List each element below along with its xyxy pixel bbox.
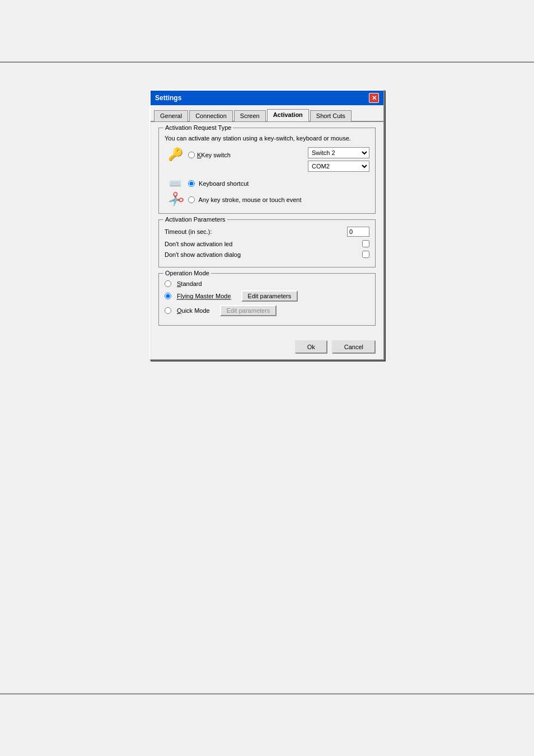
flying-row: Flying Master Mode Edit parameters [165, 290, 369, 302]
keyswitch-label[interactable]: KKey switch [197, 152, 231, 158]
bottom-rule [0, 693, 534, 694]
show-dialog-label: Don't show activation dialog [165, 251, 358, 258]
radio-standard[interactable] [165, 280, 171, 287]
quick-label[interactable]: Quick Mode [177, 307, 210, 314]
activation-parameters-group: Activation Parameters Timeout (in sec.):… [158, 219, 376, 267]
radio-flying[interactable] [165, 293, 171, 299]
cancel-button[interactable]: Cancel [332, 340, 376, 354]
show-led-checkbox[interactable] [362, 240, 369, 247]
show-dialog-checkbox[interactable] [362, 251, 369, 258]
activation-request-type-group: Activation Request Type You can activate… [158, 128, 376, 214]
standard-row: Standard [165, 280, 369, 287]
flying-label[interactable]: Flying Master Mode [177, 293, 231, 300]
page-background: Settings ✕ General Connection Screen Act… [0, 0, 534, 756]
quick-row: Quick Mode Edit parameters [165, 305, 369, 316]
settings-dialog: Settings ✕ General Connection Screen Act… [149, 90, 385, 360]
show-led-row: Don't show activation led [165, 240, 369, 247]
dialog-content: Activation Request Type You can activate… [151, 122, 383, 337]
show-led-label: Don't show activation led [165, 241, 358, 247]
tabs-row: General Connection Screen Activation Sho… [151, 105, 383, 122]
ok-button[interactable]: Ok [295, 340, 327, 354]
dialog-footer: Ok Cancel [151, 337, 383, 359]
radio-quick[interactable] [165, 307, 171, 314]
timeout-row: Timeout (in sec.): [165, 227, 369, 237]
tab-general[interactable]: General [154, 110, 188, 121]
show-dialog-row: Don't show activation dialog [165, 251, 369, 258]
switch-dropdown[interactable]: Switch 2 [308, 147, 369, 158]
art-description: You can activate any station using a key… [165, 135, 369, 142]
dialog-title: Settings [155, 94, 181, 102]
edit-parameters-button-2: Edit parameters [220, 305, 277, 316]
tab-screen[interactable]: Screen [234, 110, 266, 121]
keyboard-icon: ⌨️ [169, 177, 181, 190]
tab-shortcuts[interactable]: Short Cuts [310, 110, 352, 121]
radio-keyswitch[interactable] [188, 152, 195, 158]
tab-connection[interactable]: Connection [189, 110, 233, 121]
edit-parameters-button-1[interactable]: Edit parameters [241, 290, 298, 302]
keyboard-label[interactable]: Keyboard shortcut [197, 180, 249, 187]
top-rule [0, 62, 534, 63]
keysw-icon: 🔑 [168, 148, 183, 161]
radio-mouse[interactable] [188, 196, 195, 203]
com-dropdown[interactable]: COM2 [308, 161, 369, 172]
activation-parameters-label: Activation Parameters [163, 216, 227, 223]
timeout-input[interactable] [347, 227, 369, 237]
dialog-titlebar: Settings ✕ [151, 91, 383, 105]
tab-activation[interactable]: Activation [267, 109, 309, 121]
radio-keyboard[interactable] [188, 180, 195, 187]
timeout-label: Timeout (in sec.): [165, 228, 343, 235]
close-button[interactable]: ✕ [369, 93, 379, 103]
operation-mode-label: Operation Mode [163, 270, 211, 276]
mouse-icon: ✂️ [166, 190, 185, 210]
operation-mode-group: Operation Mode Standard Flying Master Mo… [158, 273, 376, 326]
standard-label[interactable]: Standard [177, 280, 202, 287]
mouse-label[interactable]: Any key stroke, mouse or touch event [197, 196, 302, 203]
activation-request-type-label: Activation Request Type [163, 124, 233, 131]
